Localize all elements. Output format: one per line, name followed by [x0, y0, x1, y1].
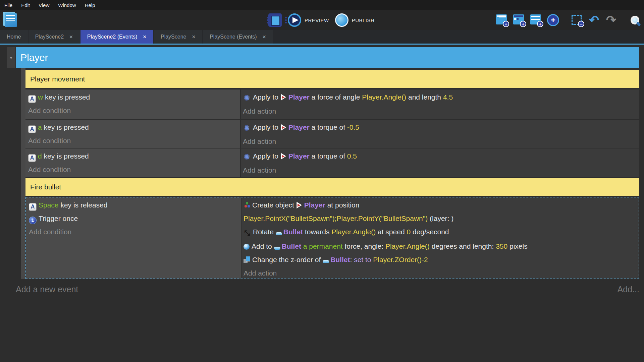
- text-segment: Player: [304, 201, 325, 209]
- close-icon[interactable]: ✕: [192, 34, 196, 40]
- actions-cell[interactable]: Create object Player at position Player.…: [241, 197, 639, 279]
- close-icon[interactable]: ✕: [69, 34, 73, 40]
- text-segment: d: [38, 152, 42, 160]
- physics-icon: ✺: [243, 150, 251, 164]
- add-action-button[interactable]: Add action: [244, 266, 639, 279]
- text-segment: Rotate: [253, 228, 276, 236]
- action-line[interactable]: ✺Apply to Player a force of angle Player…: [243, 90, 639, 105]
- add-new-event-button[interactable]: Add a new event: [16, 285, 78, 294]
- event-group-header[interactable]: Player: [16, 47, 639, 68]
- condition-line[interactable]: 1Trigger once: [29, 212, 241, 225]
- comment-fire-bullet[interactable]: Fire bullet: [25, 178, 639, 196]
- action-line[interactable]: ✺Apply to Player a torque of 0.5: [243, 149, 639, 164]
- physics-icon: ✺: [243, 91, 251, 105]
- minus-badge-icon: −: [578, 21, 584, 27]
- action-line[interactable]: Add to Bullet a permanent force, angle: …: [244, 240, 639, 253]
- text-segment: Apply to: [253, 152, 280, 160]
- text-segment: 350: [496, 242, 507, 250]
- group-collapse-button[interactable]: ▾: [7, 47, 15, 68]
- add-action-button[interactable]: Add action: [243, 135, 639, 148]
- add-condition-button[interactable]: Add condition: [28, 163, 240, 176]
- text-segment: a force of angle: [310, 93, 362, 101]
- undo-icon: ↶: [589, 14, 599, 26]
- action-line[interactable]: ⤡Rotate Bullet towards Player.Angle() at…: [244, 225, 639, 240]
- actions-cell[interactable]: ✺Apply to Player a force of angle Player…: [241, 89, 639, 119]
- tab-label: PlayScene (Events): [210, 34, 257, 40]
- action-line[interactable]: ✺Apply to Player a torque of -0.5: [243, 121, 639, 135]
- add-action-button[interactable]: Add action: [243, 164, 639, 177]
- text-segment: and length: [406, 93, 443, 101]
- condition-line[interactable]: ASpace key is released: [29, 198, 241, 212]
- publish-button[interactable]: PUBLISH: [335, 13, 375, 27]
- event-row-selected: ASpace key is released 1Trigger once Add…: [25, 197, 639, 279]
- action-line[interactable]: Change the z-order of Bullet: set to Pla…: [244, 253, 639, 266]
- action-line-wrap[interactable]: Player.PointX("BulletSpawn");Player.Poin…: [244, 212, 639, 225]
- add-action-button[interactable]: Add action: [243, 105, 639, 118]
- search-button[interactable]: [629, 14, 641, 26]
- event-row: Aa key is pressed Add condition ✺Apply t…: [25, 120, 639, 148]
- close-icon[interactable]: ✕: [143, 34, 147, 40]
- search-icon: [631, 16, 639, 24]
- tab-playscene-events[interactable]: PlayScene (Events) ✕: [203, 30, 273, 44]
- conditions-cell[interactable]: Aa key is pressed Add condition: [25, 120, 241, 148]
- add-button[interactable]: Add...: [618, 285, 639, 294]
- add-condition-button[interactable]: Add condition: [28, 104, 240, 117]
- tab-playscene2-events[interactable]: PlayScene2 (Events) ✕: [80, 30, 153, 44]
- conditions-cell[interactable]: ASpace key is released 1Trigger once Add…: [26, 197, 241, 279]
- condition-line[interactable]: Ad key is pressed: [28, 149, 240, 163]
- text-segment: towards: [303, 228, 331, 236]
- tab-playscene2[interactable]: PlayScene2 ✕: [29, 30, 80, 44]
- preview-button[interactable]: PREVIEW: [288, 13, 329, 27]
- add-other-event-button[interactable]: +: [547, 14, 559, 26]
- menu-window[interactable]: Window: [54, 0, 80, 10]
- text-segment: 4.5: [443, 93, 453, 101]
- plus-badge-icon: +: [537, 21, 543, 27]
- menu-help[interactable]: Help: [80, 0, 100, 10]
- project-manager-icon[interactable]: [5, 13, 17, 27]
- text-segment: a permanent: [301, 242, 343, 250]
- actions-cell[interactable]: ✺Apply to Player a torque of 0.5 Add act…: [241, 148, 639, 177]
- add-condition-button[interactable]: Add condition: [29, 225, 241, 239]
- text-segment: Bullet: [282, 242, 301, 250]
- text-segment: Player.Angle(): [331, 228, 376, 236]
- text-segment: force, angle:: [343, 242, 385, 250]
- menu-view[interactable]: View: [34, 0, 54, 10]
- redo-button[interactable]: ↷: [605, 14, 618, 26]
- text-segment: key is pressed: [43, 93, 90, 101]
- add-comment-button[interactable]: +: [530, 14, 542, 26]
- text-segment: Player: [288, 152, 310, 160]
- text-segment: key is released: [59, 201, 108, 209]
- add-event-button[interactable]: +: [495, 14, 508, 26]
- text-segment: a torque of: [310, 152, 347, 160]
- conditions-cell[interactable]: Aw key is pressed Add condition: [25, 89, 241, 119]
- publish-globe-icon: [335, 13, 348, 27]
- delete-selection-button[interactable]: −: [571, 14, 583, 26]
- player-object-icon: [280, 124, 286, 131]
- action-line[interactable]: Create object Player at position: [244, 198, 639, 212]
- text-segment: Player.ZOrder()-2: [373, 256, 428, 263]
- player-object-icon: [280, 153, 286, 160]
- conditions-cell[interactable]: Ad key is pressed Add condition: [25, 148, 241, 177]
- actions-cell[interactable]: ✺Apply to Player a torque of -0.5 Add ac…: [241, 120, 639, 148]
- condition-line[interactable]: Aa key is pressed: [28, 121, 240, 134]
- menu-edit[interactable]: Edit: [17, 0, 34, 10]
- add-subevent-button[interactable]: +: [513, 14, 525, 26]
- tab-home[interactable]: Home: [0, 30, 28, 44]
- add-force-icon: [244, 244, 250, 250]
- debug-icon[interactable]: [268, 13, 282, 27]
- undo-button[interactable]: ↶: [588, 14, 600, 26]
- condition-line[interactable]: Aw key is pressed: [28, 90, 240, 104]
- text-segment: 0: [407, 228, 411, 236]
- text-segment: Space: [39, 201, 59, 209]
- events-toolbar: + + + + − ↶ ↷: [495, 10, 641, 30]
- add-condition-button[interactable]: Add condition: [28, 134, 240, 147]
- tab-label: PlayScene: [161, 34, 186, 40]
- comment-player-movement[interactable]: Player movement: [25, 70, 639, 88]
- keyboard-icon: A: [29, 203, 37, 211]
- close-icon[interactable]: ✕: [262, 34, 266, 40]
- physics-icon: ✺: [243, 121, 251, 135]
- zorder-icon: [244, 256, 250, 263]
- menu-file[interactable]: File: [0, 0, 17, 10]
- tab-playscene[interactable]: PlayScene ✕: [154, 30, 202, 44]
- bullet-object-icon: [276, 232, 282, 235]
